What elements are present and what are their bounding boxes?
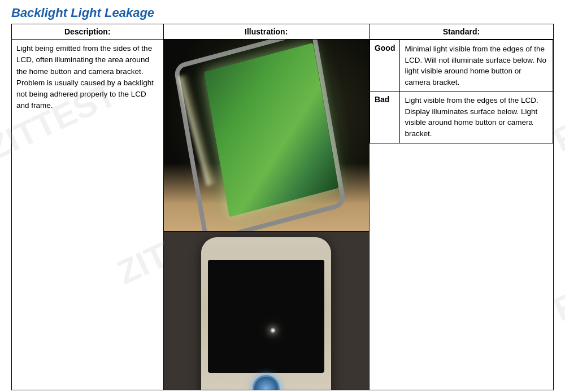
- illustration-top-image: [164, 40, 369, 232]
- standard-bad-row: Bad Light visible from the edges of the …: [370, 92, 553, 143]
- phone-body: [201, 237, 331, 390]
- page-title: Backlight Light Leakage: [11, 6, 554, 20]
- description-cell: Light being emitted from the sides of th…: [12, 40, 164, 390]
- standard-cell: Good Minimal light visible from the edge…: [369, 40, 553, 390]
- illustration-bottom-image: [164, 232, 369, 390]
- good-text: Minimal light visible from the edges of …: [400, 40, 553, 92]
- header-standard: Standard:: [369, 24, 553, 40]
- illustration-container: [164, 40, 369, 390]
- standard-good-row: Good Minimal light visible from the edge…: [370, 40, 553, 92]
- main-table: Description: Illustration: Standard: Lig…: [11, 24, 554, 390]
- standard-inner-table: Good Minimal light visible from the edge…: [370, 40, 553, 143]
- phone-screen: [208, 260, 324, 373]
- good-label: Good: [370, 40, 400, 92]
- leakage-light-glow: [270, 328, 276, 333]
- header-description: Description:: [12, 24, 164, 40]
- bad-text: Light visible from the edges of the LCD.…: [400, 92, 553, 143]
- bad-label: Bad: [370, 92, 400, 143]
- description-text: Light being emitted from the sides of th…: [16, 43, 159, 112]
- illustration-cell: [163, 40, 369, 390]
- header-illustration: Illustration:: [163, 24, 369, 40]
- home-button: [253, 375, 280, 390]
